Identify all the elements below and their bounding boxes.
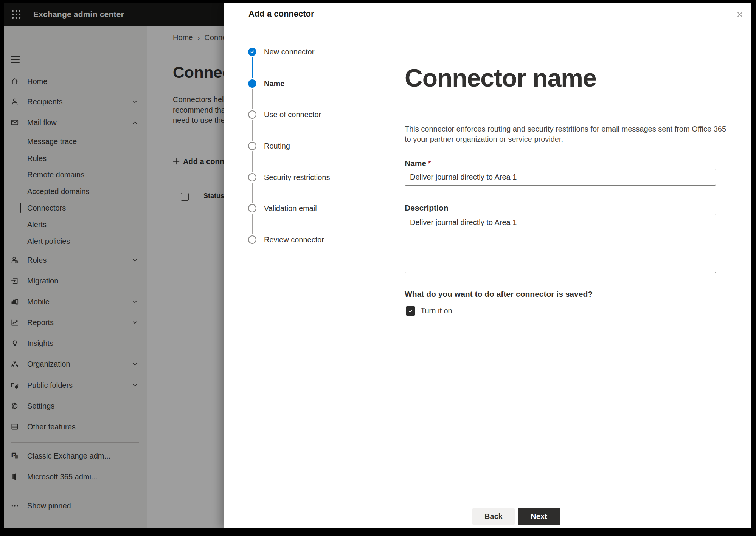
step-circle-upcoming (248, 204, 256, 212)
step-connector-line (252, 183, 253, 203)
step-label-review-connector: Review connector (264, 235, 324, 244)
step-circle-upcoming (248, 173, 256, 181)
step-connector-line (252, 120, 253, 141)
wizard-description: This connector enforces routing and secu… (405, 124, 730, 144)
step-circle-upcoming (248, 110, 256, 119)
back-button[interactable]: Back (472, 508, 515, 525)
step-label-security-restrictions: Security restrictions (264, 173, 330, 181)
step-circle-upcoming (248, 142, 256, 150)
step-label-new-connector: New connector (264, 48, 314, 56)
required-asterisk: * (428, 159, 431, 167)
connector-name-input[interactable] (405, 169, 716, 186)
step-label-routing: Routing (264, 142, 290, 150)
step-label-use-of-connector: Use of connector (264, 110, 321, 119)
steps-panel-divider (380, 25, 380, 500)
step-connector-line (252, 151, 253, 172)
connector-description-textarea[interactable]: Deliver journal directly to Area 1 (405, 214, 716, 273)
add-connector-dialog: Add a connector New connector Name Use o… (224, 3, 751, 528)
next-button[interactable]: Next (518, 508, 560, 525)
dialog-header: Add a connector (224, 3, 751, 25)
step-connector-line (252, 89, 253, 109)
app-window: Exchange admin center Home Recipients Ma… (4, 3, 751, 528)
step-circle-current (248, 79, 256, 88)
name-field-label: Name* (405, 159, 431, 168)
dialog-title: Add a connector (248, 3, 314, 25)
step-connector-line (252, 214, 253, 234)
step-label-name: Name (264, 79, 284, 88)
dialog-footer-divider (224, 500, 751, 500)
dialog-header-divider (224, 25, 751, 25)
wizard-heading: Connector name (405, 63, 596, 93)
step-circle-upcoming (248, 235, 256, 244)
turn-it-on-label: Turn it on (421, 306, 452, 316)
after-save-question: What do you want to do after connector i… (405, 290, 593, 299)
step-circle-done (248, 48, 256, 56)
step-connector-line (252, 57, 253, 78)
description-field-label: Description (405, 203, 449, 212)
step-label-validation-email: Validation email (264, 204, 317, 212)
close-icon[interactable] (734, 9, 745, 20)
turn-it-on-checkbox[interactable] (406, 306, 415, 316)
